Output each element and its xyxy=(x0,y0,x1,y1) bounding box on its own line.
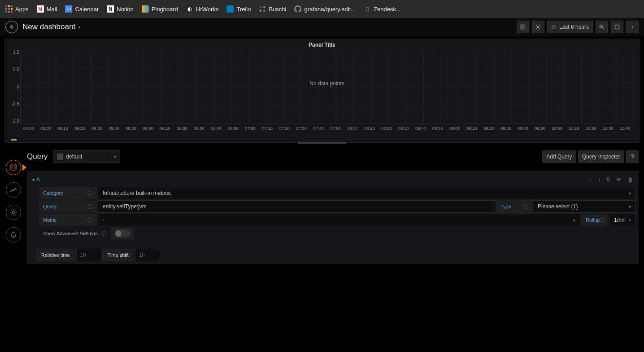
chart-icon xyxy=(9,186,17,194)
x-axis-labels: 04:5005:0005:1005:2005:3005:4005:5006:00… xyxy=(20,126,634,131)
refresh-button[interactable] xyxy=(611,21,623,33)
grafana-header: New dashboard ▾ Last 6 hours ▾ xyxy=(0,18,644,36)
bookmark-zendesk[interactable]: ▯ Zendesk... xyxy=(364,5,401,13)
gear-icon xyxy=(535,24,541,30)
gmail-icon: M xyxy=(37,5,44,13)
add-query-button[interactable]: Add Query xyxy=(542,150,576,163)
metric-select[interactable]: -▾ xyxy=(98,214,580,226)
zoom-out-button[interactable] xyxy=(596,21,608,33)
caret-down-icon: ▾ xyxy=(629,218,631,223)
bookmark-trello[interactable]: Trello xyxy=(226,5,251,13)
bookmark-label: HrWorks xyxy=(196,6,218,13)
bookmark-label: Zendesk... xyxy=(374,6,401,13)
settings-button[interactable] xyxy=(532,21,544,33)
dashboard-title: New dashboard xyxy=(22,22,76,31)
panel-resize-handle[interactable] xyxy=(297,142,347,144)
query-input[interactable]: entity.selfType:jvm xyxy=(98,200,495,213)
move-down-button[interactable]: ↓ xyxy=(589,176,592,183)
svg-point-1 xyxy=(263,6,265,8)
tab-general[interactable] xyxy=(6,205,21,220)
remove-query-button[interactable]: 🗑 xyxy=(628,176,633,183)
type-select[interactable]: Please select (1)▾ xyxy=(533,200,636,213)
query-help-button[interactable]: ? xyxy=(626,150,639,163)
info-icon[interactable]: ⓘ xyxy=(87,203,92,210)
bookmark-mail[interactable]: M Mail xyxy=(37,5,57,13)
query-row-header[interactable]: ▾ A ↓ ↑ ⎘ 👁 🗑 xyxy=(30,173,636,186)
bookmark-label: Apps xyxy=(15,6,29,13)
time-range-label: Last 6 hours xyxy=(559,24,589,30)
bookmark-pingboard[interactable]: Pingboard xyxy=(142,5,178,13)
bookmark-label: Calendar xyxy=(75,6,99,13)
query-label: Queryⓘ xyxy=(39,200,97,213)
time-shift-input[interactable]: 1h xyxy=(135,249,160,261)
save-button[interactable] xyxy=(517,21,529,33)
tab-alert[interactable] xyxy=(6,227,21,242)
bookmark-label: grafana/query.edit... xyxy=(304,6,356,13)
database-icon xyxy=(9,163,17,172)
arrow-left-icon xyxy=(9,24,15,30)
bookmark-label: Mail xyxy=(47,6,57,13)
bookmark-notion[interactable]: N Notion xyxy=(107,5,134,13)
advanced-toggle[interactable] xyxy=(114,229,131,238)
info-icon[interactable]: ⓘ xyxy=(101,230,106,237)
relative-time-input[interactable]: 1h xyxy=(76,249,101,261)
save-icon xyxy=(520,24,526,30)
panel: Panel Title 1.0 0.5 0 -0.5 -1.0 No data … xyxy=(4,39,640,143)
query-letter: A xyxy=(36,176,40,183)
calendar-icon: 13 xyxy=(65,5,72,13)
zoom-out-icon xyxy=(599,24,605,30)
notion-icon: N xyxy=(107,5,114,13)
move-up-button[interactable]: ↑ xyxy=(598,176,600,183)
bookmark-label: Pingboard xyxy=(152,6,178,13)
tab-visualization[interactable] xyxy=(6,182,21,198)
caret-down-icon: ▾ xyxy=(631,25,634,30)
panel-title: Panel Title xyxy=(9,42,635,48)
advanced-label: Show Advanced Settings ⓘ xyxy=(39,227,110,240)
rollup-select[interactable]: 1min▾ xyxy=(609,214,636,226)
duplicate-button[interactable]: ⎘ xyxy=(607,176,610,183)
info-icon[interactable]: ⓘ xyxy=(600,217,605,224)
datasource-icon xyxy=(57,154,63,160)
query-header: Query default ▾ Add Query Query Inspecto… xyxy=(27,148,639,165)
clock-icon xyxy=(551,24,557,30)
bookmark-label: Buschi xyxy=(269,6,286,13)
slack-icon xyxy=(259,5,266,13)
query-inspector-button[interactable]: Query Inspector xyxy=(578,150,624,163)
svg-point-0 xyxy=(260,6,261,8)
chart-area[interactable]: 1.0 0.5 0 -0.5 -1.0 No data points 04:50… xyxy=(20,50,634,130)
trello-icon xyxy=(226,5,234,13)
bookmarks-bar: Apps M Mail 13 Calendar N Notion Pingboa… xyxy=(0,0,644,18)
bell-icon xyxy=(9,231,17,239)
category-select[interactable]: Infrastructure built-in metrics▾ xyxy=(98,187,636,199)
y-axis-labels: 1.0 0.5 0 -0.5 -1.0 xyxy=(9,50,19,123)
info-icon[interactable]: ⓘ xyxy=(87,217,92,224)
tab-queries[interactable] xyxy=(6,160,21,175)
bookmark-hrworks[interactable]: ◐ HrWorks xyxy=(186,5,218,13)
query-section-title: Query xyxy=(27,152,48,161)
datasource-value: default xyxy=(66,154,82,160)
editor-side-tabs xyxy=(0,148,27,264)
bookmark-calendar[interactable]: 13 Calendar xyxy=(65,5,99,13)
bookmark-grafana-repo[interactable]: grafana/query.edit... xyxy=(294,5,356,13)
datasource-select[interactable]: default ▾ xyxy=(53,150,120,163)
legend-marker xyxy=(11,139,17,141)
metric-label: Metricⓘ xyxy=(39,214,97,226)
info-icon[interactable]: ⓘ xyxy=(522,203,527,210)
svg-point-4 xyxy=(537,26,539,28)
svg-point-7 xyxy=(11,164,16,167)
apps-icon xyxy=(5,5,13,13)
time-range-button[interactable]: Last 6 hours xyxy=(547,21,593,33)
bookmark-label: Trello xyxy=(236,6,251,13)
bookmark-apps[interactable]: Apps xyxy=(5,5,29,13)
toggle-visibility-button[interactable]: 👁 xyxy=(616,176,622,183)
caret-down-icon: ▾ xyxy=(629,204,631,209)
bookmark-label: Notion xyxy=(117,6,134,13)
dashboard-title-dropdown[interactable]: New dashboard ▾ xyxy=(22,22,81,31)
no-data-message: No data points xyxy=(309,80,344,87)
info-icon[interactable]: ⓘ xyxy=(87,190,92,197)
refresh-interval-dropdown[interactable]: ▾ xyxy=(626,21,639,33)
bookmark-buschi[interactable]: Buschi xyxy=(259,5,286,13)
back-button[interactable] xyxy=(5,21,18,33)
caret-down-icon: ▾ xyxy=(573,218,575,223)
caret-down-icon: ▾ xyxy=(114,154,116,159)
